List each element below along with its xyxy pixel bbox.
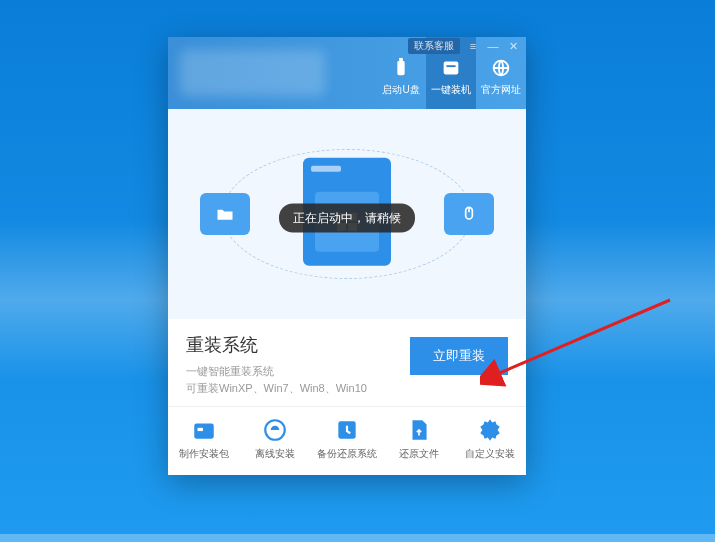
footer-toolbar: 制作安装包 离线安装 备份还原系统 还原文件 自定义安装 — [168, 406, 526, 467]
logo-area — [168, 37, 376, 109]
svg-rect-3 — [446, 65, 455, 67]
main-title: 重装系统 — [186, 333, 410, 357]
tool-make-package[interactable]: 制作安装包 — [168, 417, 240, 461]
loading-toast: 正在启动中，请稍候 — [279, 204, 415, 233]
offline-icon — [262, 417, 288, 443]
svg-rect-11 — [194, 424, 214, 439]
tool-label: 离线安装 — [255, 447, 295, 461]
minimize-button[interactable]: — — [486, 39, 500, 53]
install-icon — [440, 57, 462, 79]
main-panel: 重装系统 一键智能重装系统 可重装WinXP、Win7、Win8、Win10 立… — [168, 319, 526, 406]
desktop-taskbar — [0, 534, 715, 542]
backup-icon — [334, 417, 360, 443]
tool-label: 还原文件 — [399, 447, 439, 461]
tool-offline-install[interactable]: 离线安装 — [240, 417, 312, 461]
tool-label: 备份还原系统 — [317, 447, 377, 461]
tab-label: 启动U盘 — [382, 83, 419, 97]
titlebar: 联系客服 ≡ — ✕ 启动U盘 一键装机 — [168, 37, 526, 109]
tool-custom-install[interactable]: 自定义安装 — [454, 417, 526, 461]
svg-rect-1 — [399, 58, 403, 62]
svg-rect-2 — [444, 62, 459, 75]
svg-rect-0 — [397, 61, 404, 76]
main-subtitle-2: 可重装WinXP、Win7、Win8、Win10 — [186, 380, 410, 397]
reinstall-now-button[interactable]: 立即重装 — [410, 337, 508, 375]
logo-blurred — [180, 50, 325, 96]
mouse-icon-right — [444, 193, 494, 235]
svg-rect-12 — [197, 428, 202, 431]
globe-icon — [490, 57, 512, 79]
gear-icon — [477, 417, 503, 443]
illustration-area: 正在启动中，请稍候 ↖ — [168, 109, 526, 319]
tab-label: 官方网址 — [481, 83, 521, 97]
tool-label: 自定义安装 — [465, 447, 515, 461]
tab-label: 一键装机 — [431, 83, 471, 97]
contact-support-button[interactable]: 联系客服 — [408, 38, 460, 54]
main-subtitle-1: 一键智能重装系统 — [186, 363, 410, 380]
package-icon — [191, 417, 217, 443]
app-window: 联系客服 ≡ — ✕ 启动U盘 一键装机 — [168, 37, 526, 475]
tool-label: 制作安装包 — [179, 447, 229, 461]
usb-icon — [390, 57, 412, 79]
tool-restore-files[interactable]: 还原文件 — [383, 417, 455, 461]
folder-icon-left — [200, 193, 250, 235]
tool-backup-restore[interactable]: 备份还原系统 — [311, 417, 383, 461]
close-button[interactable]: ✕ — [506, 39, 520, 53]
menu-icon[interactable]: ≡ — [466, 39, 480, 53]
restore-icon — [406, 417, 432, 443]
